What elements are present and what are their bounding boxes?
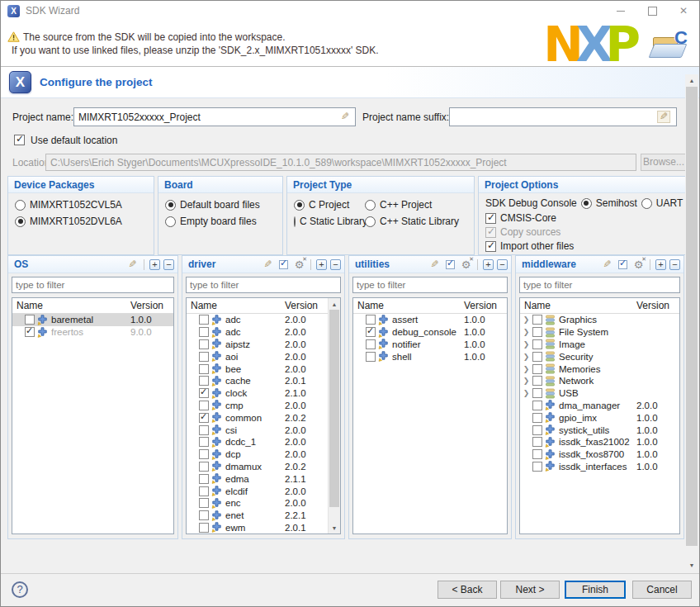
row-checkbox[interactable] [366, 315, 376, 325]
component-row-csi[interactable]: csi2.0.0 [187, 424, 340, 436]
component-row-debug-console[interactable]: debug_console1.0.0 [353, 326, 507, 339]
project-name-input[interactable] [73, 107, 356, 126]
component-row-issdk-interfaces[interactable]: issdk_interfaces1.0.0 [520, 461, 679, 473]
table-scrollbar[interactable]: ▲▼ [328, 298, 340, 533]
radio-c-project[interactable] [365, 200, 376, 211]
deselect-all-icon[interactable]: ⚙ [632, 258, 645, 271]
radio-default-board-files[interactable] [165, 200, 176, 211]
checkbox-cmsis-core[interactable] [485, 213, 496, 224]
component-row-gpio-imx[interactable]: gpio_imx1.0.0 [520, 411, 679, 424]
row-checkbox[interactable] [366, 327, 376, 337]
row-checkbox[interactable] [25, 315, 35, 325]
scroll-down-arrow[interactable]: ▼ [329, 522, 340, 533]
component-row-ewm[interactable]: ewm2.0.1 [187, 522, 340, 534]
edit-icon[interactable]: ✎ [262, 258, 274, 271]
row-checkbox[interactable] [199, 315, 209, 325]
chevron-right-icon[interactable]: ❯ [520, 353, 532, 361]
chevron-right-icon[interactable]: ❯ [520, 377, 532, 385]
row-checkbox[interactable] [199, 413, 209, 423]
radio-c-project[interactable] [294, 200, 305, 211]
vertical-scrollbar[interactable]: ▲ ▼ [685, 74, 698, 571]
component-row-bee[interactable]: bee2.0.0 [187, 363, 340, 375]
component-row-aoi[interactable]: aoi2.0.0 [187, 350, 340, 363]
chevron-right-icon[interactable]: ❯ [520, 340, 532, 349]
expand-all-icon[interactable]: + [483, 259, 494, 270]
chevron-right-icon[interactable]: ❯ [520, 389, 532, 397]
component-row-enet[interactable]: enet2.2.1 [187, 510, 340, 522]
help-button[interactable]: ? [12, 581, 28, 598]
component-row-elcdif[interactable]: elcdif2.0.0 [187, 485, 340, 497]
category-row-security[interactable]: ❯Security [520, 350, 679, 363]
select-all-icon[interactable] [444, 258, 456, 271]
row-checkbox[interactable] [199, 474, 209, 484]
row-checkbox[interactable] [25, 327, 35, 337]
component-row-freertos[interactable]: freertos9.0.0 [12, 326, 173, 339]
category-row-usb[interactable]: ❯USB [520, 387, 679, 400]
category-row-file-system[interactable]: ❯File System [520, 326, 679, 339]
chevron-right-icon[interactable]: ❯ [520, 315, 532, 324]
component-row-common[interactable]: common2.0.2 [187, 411, 340, 424]
component-row-cache[interactable]: cache2.0.1 [187, 375, 340, 387]
collapse-all-icon[interactable]: − [330, 259, 341, 270]
radio-uart[interactable] [641, 198, 652, 209]
row-checkbox[interactable] [532, 364, 542, 374]
expand-all-icon[interactable]: + [149, 259, 160, 270]
component-row-aipstz[interactable]: aipstz2.0.0 [187, 339, 340, 351]
deselect-all-icon[interactable]: ⚙ [293, 258, 305, 271]
component-row-enc[interactable]: enc2.0.0 [187, 497, 340, 510]
row-checkbox[interactable] [199, 388, 209, 398]
checkbox-import-other-files[interactable] [485, 241, 496, 252]
row-checkbox[interactable] [532, 376, 542, 386]
project-suffix-input[interactable] [449, 107, 677, 126]
component-row-dcdc-1[interactable]: dcdc_12.0.0 [187, 436, 340, 448]
category-row-graphics[interactable]: ❯Graphics [520, 314, 679, 326]
chevron-right-icon[interactable]: ❯ [520, 365, 532, 373]
row-checkbox[interactable] [199, 462, 209, 472]
row-checkbox[interactable] [532, 327, 542, 337]
row-checkbox[interactable] [199, 376, 209, 386]
row-checkbox[interactable] [532, 352, 542, 362]
edit-icon[interactable]: ✎ [126, 258, 139, 271]
row-checkbox[interactable] [199, 425, 209, 435]
filter-input-middleware[interactable] [519, 277, 680, 293]
radio-mimxrt1052dvl6a[interactable] [15, 216, 26, 227]
row-checkbox[interactable] [199, 510, 209, 520]
maximize-button[interactable] [636, 1, 668, 21]
radio-semihost[interactable] [581, 198, 592, 209]
row-checkbox[interactable] [199, 339, 209, 349]
expand-all-icon[interactable]: + [316, 259, 327, 270]
edit-icon[interactable]: ✎ [601, 258, 613, 271]
category-row-memories[interactable]: ❯Memories [520, 363, 679, 375]
row-checkbox[interactable] [532, 462, 542, 472]
filter-input-utilities[interactable] [352, 277, 508, 293]
radio-c-static-library[interactable] [365, 216, 376, 227]
row-checkbox[interactable] [532, 315, 542, 325]
finish-button[interactable]: Finish [565, 581, 626, 599]
select-all-icon[interactable] [277, 258, 290, 271]
component-row-dcp[interactable]: dcp2.0.0 [187, 448, 340, 461]
scroll-up-arrow[interactable]: ▲ [329, 298, 340, 310]
row-checkbox[interactable] [366, 352, 376, 362]
use-default-location-checkbox[interactable] [14, 135, 25, 145]
radio-mimxrt1052cvl5a[interactable] [15, 200, 26, 211]
component-row-shell[interactable]: shell1.0.0 [353, 350, 507, 363]
row-checkbox[interactable] [199, 498, 209, 508]
component-row-assert[interactable]: assert1.0.0 [353, 314, 507, 326]
filter-input-driver[interactable] [186, 277, 341, 293]
component-row-baremetal[interactable]: baremetal1.0.0 [12, 314, 173, 326]
row-checkbox[interactable] [532, 449, 542, 459]
component-row-dmamux[interactable]: dmamux2.0.2 [187, 461, 340, 473]
row-checkbox[interactable] [199, 523, 209, 533]
browse-button[interactable]: Browse... [641, 154, 687, 171]
component-row-edma[interactable]: edma2.1.1 [187, 472, 340, 485]
next-button[interactable]: Next > [500, 581, 560, 599]
back-button[interactable]: < Back [438, 581, 497, 599]
row-checkbox[interactable] [199, 327, 209, 337]
row-checkbox[interactable] [532, 437, 542, 447]
component-row-cmp[interactable]: cmp2.0.0 [187, 400, 340, 412]
component-row-systick-utils[interactable]: systick_utils1.0.0 [520, 424, 679, 436]
row-checkbox[interactable] [199, 449, 209, 459]
component-row-clock[interactable]: clock2.1.0 [187, 387, 340, 400]
scroll-thumb[interactable] [329, 310, 339, 507]
edit-icon[interactable]: ✎ [428, 258, 441, 271]
